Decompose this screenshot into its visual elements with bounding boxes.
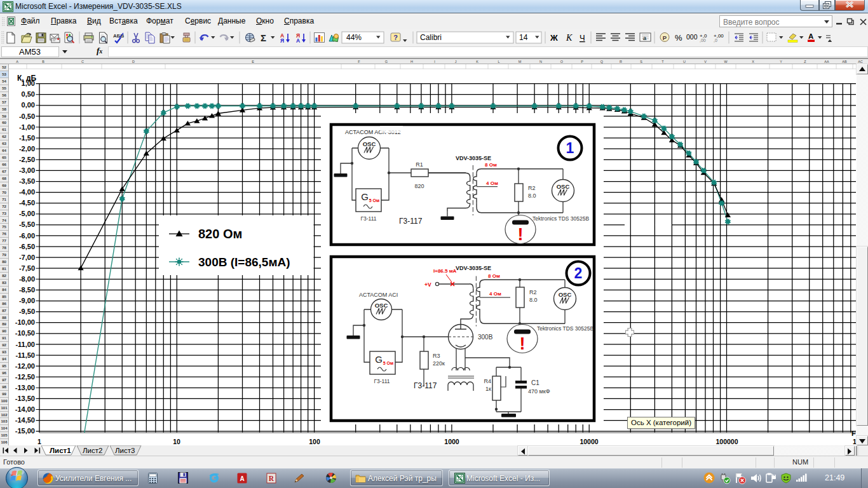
svg-text:-5,50: -5,50	[19, 220, 35, 228]
svg-text:-6,00: -6,00	[19, 232, 35, 240]
svg-text:G: G	[375, 354, 383, 365]
svg-text:Г3-117: Г3-117	[399, 217, 423, 226]
svg-text:Я: Я	[280, 37, 284, 44]
svg-text:Г3-111: Г3-111	[374, 378, 390, 384]
svg-text:-3,00: -3,00	[19, 166, 35, 174]
svg-text:-10,50: -10,50	[15, 329, 35, 337]
svg-text:1: 1	[37, 438, 41, 445]
svg-text:820: 820	[414, 183, 424, 189]
svg-text:ACTACOM ACI: ACTACOM ACI	[359, 292, 398, 298]
svg-text:-14,50: -14,50	[15, 416, 35, 424]
svg-text:100000: 100000	[715, 438, 738, 445]
svg-text:1: 1	[566, 140, 574, 156]
svg-text:-6,50: -6,50	[19, 243, 35, 250]
svg-text:R2: R2	[528, 185, 536, 191]
svg-text:100: 100	[309, 438, 320, 445]
svg-text:-8,50: -8,50	[19, 286, 35, 294]
svg-text:-13,00: -13,00	[15, 384, 35, 391]
svg-text:R4: R4	[484, 378, 491, 384]
svg-text:-12,50: -12,50	[15, 373, 35, 381]
svg-text:Ч: Ч	[580, 33, 585, 43]
svg-text:5 Ом: 5 Ом	[383, 361, 393, 365]
svg-text:8.0: 8.0	[529, 297, 538, 303]
svg-text:-12,00: -12,00	[15, 362, 35, 370]
svg-text:-2,50: -2,50	[19, 156, 35, 163]
svg-text:К: К	[566, 33, 573, 43]
svg-text:,00: ,00	[700, 38, 706, 43]
svg-text:-14,00: -14,00	[15, 405, 35, 413]
svg-text:Лист1: Лист1	[50, 447, 71, 454]
svg-text:OSC: OSC	[559, 291, 572, 298]
svg-text:-9,00: -9,00	[19, 297, 35, 304]
svg-text:R2: R2	[529, 289, 537, 295]
svg-text:?: ?	[393, 34, 398, 41]
svg-text:OSC: OSC	[363, 140, 376, 147]
svg-text:44%: 44%	[346, 33, 362, 42]
svg-text:-3,50: -3,50	[19, 177, 35, 185]
svg-text:Tektronics TDS 30525B: Tektronics TDS 30525B	[537, 325, 593, 332]
svg-text:1,00: 1,00	[22, 79, 35, 87]
svg-text:-4,50: -4,50	[19, 199, 35, 207]
svg-text:5 Ом: 5 Ом	[369, 198, 379, 203]
svg-text:-4,00: -4,00	[19, 188, 35, 196]
svg-text:F: F	[851, 430, 856, 437]
svg-text:-8,00: -8,00	[19, 275, 35, 283]
svg-text:8 Ом: 8 Ом	[485, 162, 497, 168]
svg-text:R1: R1	[416, 161, 423, 168]
svg-text:Г3-111: Г3-111	[360, 215, 376, 222]
svg-text:10: 10	[173, 438, 180, 445]
svg-text:Calibri: Calibri	[420, 33, 442, 42]
svg-text:-1,50: -1,50	[19, 134, 35, 142]
svg-text:Лист2: Лист2	[83, 447, 102, 454]
svg-text:Σ: Σ	[261, 32, 266, 43]
svg-text:300В (I=86,5мА): 300В (I=86,5мА)	[198, 255, 290, 269]
svg-text:OSC: OSC	[557, 183, 570, 190]
svg-text:14: 14	[519, 33, 528, 42]
svg-text:2: 2	[574, 265, 583, 281]
svg-text:-2,00: -2,00	[19, 145, 35, 152]
svg-text:-10,00: -10,00	[15, 318, 35, 326]
svg-text:А: А	[296, 37, 300, 44]
svg-text:Tektronics TDS 30525B: Tektronics TDS 30525B	[532, 215, 589, 222]
svg-text:OSC: OSC	[375, 302, 388, 309]
svg-text:0,50: 0,50	[22, 90, 35, 98]
svg-text:1к: 1к	[485, 386, 491, 392]
svg-text:0,00: 0,00	[22, 101, 35, 109]
svg-text:A: A	[240, 475, 244, 482]
svg-text:Лист3: Лист3	[115, 447, 135, 454]
svg-text:-11,00: -11,00	[15, 341, 35, 348]
svg-text:-1,00: -1,00	[19, 123, 35, 131]
svg-text:-15,00: -15,00	[15, 427, 35, 435]
svg-text:I=86.5 мА: I=86.5 мА	[433, 268, 457, 274]
svg-text:-0,50: -0,50	[19, 112, 35, 120]
svg-text:+V: +V	[424, 281, 431, 288]
svg-text:%: %	[675, 33, 682, 43]
svg-text:10000: 10000	[580, 438, 598, 445]
svg-text:4 Ом: 4 Ом	[489, 291, 501, 297]
svg-text:C1: C1	[531, 379, 539, 386]
svg-text:Ж: Ж	[550, 33, 558, 43]
svg-text:1000: 1000	[444, 438, 459, 445]
svg-text:-7,50: -7,50	[19, 264, 35, 272]
svg-text:R: R	[269, 475, 275, 482]
svg-text:8 Ом: 8 Ом	[488, 273, 500, 279]
svg-text:-9,50: -9,50	[19, 308, 35, 315]
svg-text:Г3-117: Г3-117	[414, 381, 437, 390]
svg-text:-11,50: -11,50	[15, 351, 35, 359]
svg-text:-5,00: -5,00	[19, 210, 35, 217]
svg-text:8.0: 8.0	[528, 193, 536, 199]
svg-text:VDV-3035-SE: VDV-3035-SE	[456, 265, 491, 271]
svg-text:000: 000	[686, 33, 698, 41]
svg-text:G: G	[361, 191, 369, 202]
svg-text:R3: R3	[433, 353, 440, 359]
svg-text:-13,50: -13,50	[15, 395, 35, 402]
svg-text:820 Ом: 820 Ом	[198, 227, 242, 241]
svg-text:,0: ,0	[714, 38, 717, 43]
svg-text:4 Ом: 4 Ом	[486, 180, 498, 186]
svg-text:-7,00: -7,00	[19, 254, 35, 261]
svg-text:300В: 300В	[478, 334, 493, 341]
svg-text:!: !	[518, 225, 524, 244]
svg-text:!: !	[520, 334, 526, 353]
svg-text:VDV-3035-SE: VDV-3035-SE	[456, 155, 491, 161]
svg-text:А: А	[808, 32, 813, 40]
